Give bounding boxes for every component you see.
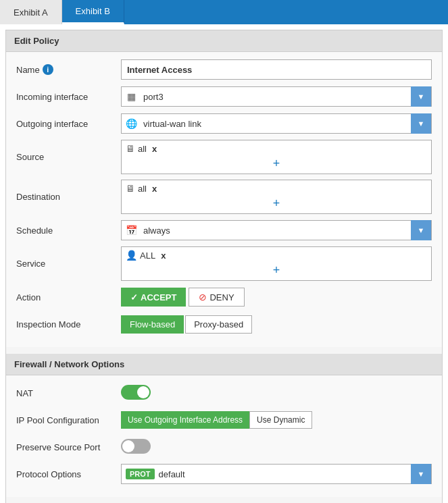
deny-button[interactable]: ⊘ DENY xyxy=(189,288,244,307)
firewall-options-header: Firewall / Network Options xyxy=(6,354,442,375)
destination-add-button[interactable]: + xyxy=(126,196,427,211)
destination-tag-all: 🖥 all x xyxy=(126,183,157,194)
service-tag-icon: 👤 xyxy=(126,250,137,261)
ip-pool-button-group: Use Outgoing Interface Address Use Dynam… xyxy=(121,411,432,429)
source-tag-label: all xyxy=(138,144,147,154)
grid-icon: ▦ xyxy=(122,91,141,102)
outgoing-interface-row: Outgoing interface 🌐 virtual-wan link xyxy=(16,113,432,134)
globe-icon: 🌐 xyxy=(122,118,141,129)
source-multiselect[interactable]: 🖥 all x + xyxy=(121,140,432,174)
source-tag-remove[interactable]: x xyxy=(152,144,157,154)
inspection-mode-control: Flow-based Proxy-based xyxy=(121,315,432,334)
source-tag-all: 🖥 all x xyxy=(126,143,157,154)
prot-badge: PROT xyxy=(126,469,155,479)
nat-control xyxy=(121,385,432,402)
incoming-interface-label: Incoming interface xyxy=(16,92,121,102)
firewall-section: Firewall / Network Options NAT IP Pool C… xyxy=(6,354,442,497)
outgoing-interface-arrow[interactable] xyxy=(411,113,431,134)
protocol-options-control: PROT default xyxy=(121,464,432,484)
protocol-options-value: default xyxy=(159,469,411,479)
inspection-mode-label: Inspection Mode xyxy=(16,319,121,329)
main-container: Edit Policy Name i Incoming interface ▦ … xyxy=(5,30,443,503)
edit-policy-header: Edit Policy xyxy=(6,30,442,52)
service-tag-all: 👤 ALL x xyxy=(126,250,166,261)
outgoing-interface-control: 🌐 virtual-wan link xyxy=(121,113,432,134)
source-row: Source 🖥 all x + xyxy=(16,140,432,174)
source-add-button[interactable]: + xyxy=(126,157,427,171)
firewall-options-form: NAT IP Pool Configuration Use Outgoing I… xyxy=(6,375,442,497)
schedule-value: always xyxy=(141,226,411,236)
destination-tag-icon: 🖥 xyxy=(126,183,135,194)
destination-tag-remove[interactable]: x xyxy=(152,184,157,194)
action-label: Action xyxy=(16,292,121,302)
deny-circle-icon: ⊘ xyxy=(199,292,207,302)
proxy-based-button[interactable]: Proxy-based xyxy=(185,315,252,334)
nat-label: NAT xyxy=(16,388,121,398)
destination-multiselect[interactable]: 🖥 all x + xyxy=(121,180,432,214)
incoming-interface-value: port3 xyxy=(141,92,411,102)
nat-toggle[interactable] xyxy=(121,385,151,400)
source-tag-icon: 🖥 xyxy=(126,143,135,154)
incoming-interface-row: Incoming interface ▦ port3 xyxy=(16,86,432,107)
edit-policy-form: Name i Incoming interface ▦ port3 xyxy=(6,52,442,347)
name-row: Name i xyxy=(16,59,432,80)
preserve-source-port-toggle[interactable] xyxy=(121,439,151,454)
protocol-options-arrow[interactable] xyxy=(411,464,431,484)
incoming-interface-arrow[interactable] xyxy=(411,86,431,107)
schedule-control: 📅 always xyxy=(121,220,432,240)
schedule-dropdown[interactable]: 📅 always xyxy=(121,220,432,240)
nat-row: NAT xyxy=(16,382,432,404)
ip-pool-row: IP Pool Configuration Use Outgoing Inter… xyxy=(16,409,432,431)
schedule-row: Schedule 📅 always xyxy=(16,219,432,241)
service-control: 👤 ALL x + xyxy=(121,246,432,281)
action-row: Action ✓ ACCEPT ⊘ DENY xyxy=(16,286,432,308)
destination-tag-label: all xyxy=(138,184,147,194)
accept-checkmark-icon: ✓ xyxy=(130,292,138,302)
ip-pool-label: IP Pool Configuration xyxy=(16,415,121,425)
protocol-options-row: Protocol Options PROT default xyxy=(16,463,432,485)
tab-exhibit-a[interactable]: Exhibit A xyxy=(0,0,62,24)
name-info-icon[interactable]: i xyxy=(43,64,53,75)
incoming-interface-dropdown[interactable]: ▦ port3 xyxy=(121,86,432,107)
schedule-arrow[interactable] xyxy=(411,220,431,240)
inspection-mode-row: Inspection Mode Flow-based Proxy-based xyxy=(16,313,432,335)
destination-control: 🖥 all x + xyxy=(121,180,432,214)
service-multiselect[interactable]: 👤 ALL x + xyxy=(121,246,432,281)
destination-label: Destination xyxy=(16,192,121,202)
outgoing-interface-value: virtual-wan link xyxy=(141,119,411,129)
source-control: 🖥 all x + xyxy=(121,140,432,174)
protocol-options-dropdown[interactable]: PROT default xyxy=(121,464,432,484)
schedule-icon: 📅 xyxy=(122,225,141,236)
source-label: Source xyxy=(16,152,121,162)
service-add-button[interactable]: + xyxy=(126,263,427,277)
preserve-source-port-row: Preserve Source Port xyxy=(16,436,432,458)
tab-bar: Exhibit A Exhibit B xyxy=(0,0,448,24)
inspection-mode-button-group: Flow-based Proxy-based xyxy=(121,315,432,334)
service-tag-remove[interactable]: x xyxy=(161,250,166,261)
outgoing-interface-label: Outgoing interface xyxy=(16,119,121,129)
outgoing-interface-dropdown[interactable]: 🌐 virtual-wan link xyxy=(121,113,432,134)
name-input-wrap xyxy=(121,59,432,80)
action-control: ✓ ACCEPT ⊘ DENY xyxy=(121,288,432,307)
action-button-group: ✓ ACCEPT ⊘ DENY xyxy=(121,288,432,307)
service-row: Service 👤 ALL x + xyxy=(16,246,432,281)
schedule-label: Schedule xyxy=(16,226,121,236)
protocol-options-label: Protocol Options xyxy=(16,469,121,479)
name-label: Name i xyxy=(16,64,121,75)
incoming-interface-control: ▦ port3 xyxy=(121,86,432,107)
service-tag-label: ALL xyxy=(140,250,155,261)
use-dynamic-button[interactable]: Use Dynamic xyxy=(249,411,312,429)
name-input[interactable] xyxy=(121,59,432,80)
destination-row: Destination 🖥 all x + xyxy=(16,180,432,214)
preserve-source-port-label: Preserve Source Port xyxy=(16,442,121,452)
accept-button[interactable]: ✓ ACCEPT xyxy=(121,288,186,307)
flow-based-button[interactable]: Flow-based xyxy=(121,315,184,334)
tab-exhibit-b[interactable]: Exhibit B xyxy=(62,0,124,24)
preserve-source-port-control xyxy=(121,439,432,456)
ip-pool-control: Use Outgoing Interface Address Use Dynam… xyxy=(121,411,432,429)
use-outgoing-button[interactable]: Use Outgoing Interface Address xyxy=(121,411,249,429)
service-label: Service xyxy=(16,259,121,269)
